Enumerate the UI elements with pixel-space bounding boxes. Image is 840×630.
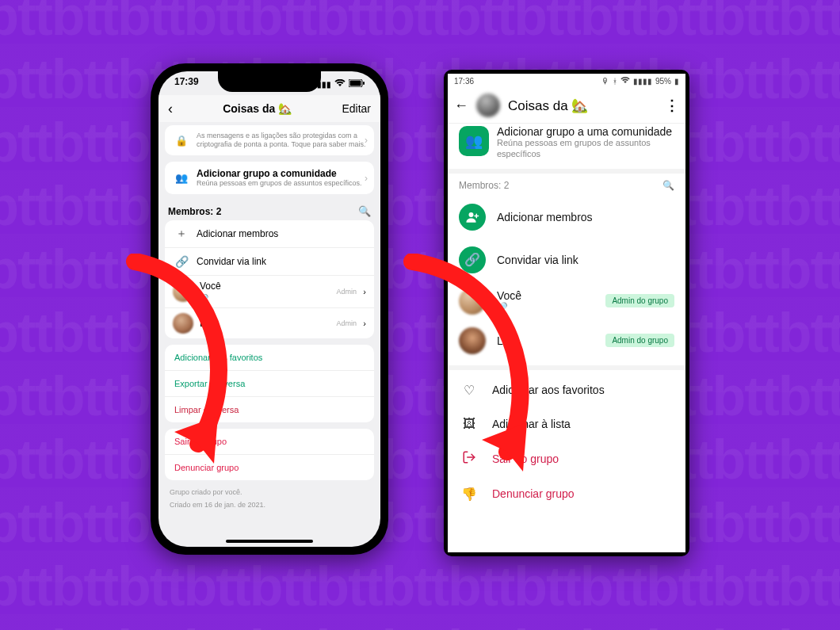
admin-tag: Admin [336,319,357,327]
ios-nav-header: ‹ Coisas da 🏡 Editar [158,95,380,122]
avatar [173,313,193,334]
add-members-row[interactable]: Adicionar membros [448,196,685,239]
back-button[interactable]: ‹ [168,101,173,117]
signal-icon: ▮▮▮▮ [633,77,652,86]
community-subtitle: Reúna pessoas em grupos de assuntos espe… [197,179,366,188]
report-group-label: Denunciar grupo [492,487,575,500]
gallery-icon: 🖼 [460,417,478,431]
watermark: tbttbttbttbttbttbttbttbttbttbttbttbttbtt… [0,0,840,630]
members-section-header: Membros: 2 🔍 [448,174,685,196]
admin-tag: Admin [336,288,357,296]
plus-icon: ＋ [173,225,190,242]
key-icon: 🔎 [497,302,521,312]
members-count-label: Membros: 2 [459,180,509,191]
invite-link-row[interactable]: 🔗 Convidar via link [165,247,374,275]
bluetooth-icon: ᚼ [613,77,617,86]
community-icon: 👥 [459,126,489,156]
footer-line1: Grupo criado por você. [165,487,374,499]
screen-title: Coisas da 🏡 [223,102,292,115]
chevron-right-icon: › [365,173,368,184]
community-card[interactable]: 👥 Adicionar grupo a comunidade Reúna pes… [165,162,374,194]
battery-text: 95% [655,77,671,86]
android-frame: 17:36 🎙 ᚼ ▮▮▮▮ 95% ▮ ← Coisas da 🏡 ⋮ 👥 [444,70,689,556]
ios-content[interactable]: 🔒 As mensagens e as ligações são protegi… [158,122,380,547]
screen-title: Coisas da 🏡 [508,97,657,114]
member-name: Livia [200,318,357,329]
android-nav-header: ← Coisas da 🏡 ⋮ [448,88,685,124]
link-icon: 🔗 [459,246,486,273]
members-section-header: Membros: 2 🔍 [165,200,374,220]
leave-group-action[interactable]: Sair do grupo [165,429,374,454]
chevron-right-icon: › [365,135,368,146]
voice-icon: 🎙 [601,77,609,86]
add-list-label: Adicionar à lista [492,418,571,430]
add-members-label: Adicionar membros [197,228,366,239]
community-subtitle: Reúna pessoas em grupos de assuntos espe… [497,138,674,158]
add-members-row[interactable]: ＋ Adicionar membros [165,220,374,247]
wifi-icon [620,77,630,86]
android-screen: 17:36 🎙 ᚼ ▮▮▮▮ 95% ▮ ← Coisas da 🏡 ⋮ 👥 [448,74,685,552]
android-content[interactable]: 👥 Adicionar grupo a uma comunidade Reúna… [448,123,685,552]
search-members-icon[interactable]: 🔍 [358,205,371,217]
avatar [459,288,486,315]
admin-badge: Admin do grupo [605,334,674,347]
leave-group-action[interactable]: Sair do grupo [448,441,685,477]
group-avatar[interactable] [476,94,500,117]
invite-link-label: Convidar via link [197,256,366,267]
divider [448,365,685,370]
chevron-right-icon: › [363,319,366,328]
community-title: Adicionar grupo a uma comunidade [497,126,674,138]
exit-card: Sair do grupo Denunciar grupo [165,429,374,480]
invite-link-row[interactable]: 🔗 Convidar via link [448,239,685,281]
iphone-notch [218,71,321,92]
member-name: Você [497,289,521,302]
search-members-icon[interactable]: 🔍 [662,180,674,191]
admin-badge: Admin do grupo [605,294,674,307]
favorite-action[interactable]: ♡ Adicionar aos favoritos [448,373,685,407]
wifi-icon [334,79,346,89]
heart-icon: ♡ [460,383,478,398]
background: tbttbttbttbttbttbttbttbttbttbttbttbttbtt… [0,0,840,630]
member-row-livia[interactable]: Livia Admin › [165,307,374,338]
more-button[interactable]: ⋮ [665,97,679,114]
export-action[interactable]: Exportar conversa [165,370,374,396]
report-group-action[interactable]: Denunciar grupo [165,454,374,480]
members-count-label: Membros: 2 [168,206,221,217]
invite-link-label: Convidar via link [497,254,578,266]
svg-rect-1 [350,81,361,86]
members-card: ＋ Adicionar membros 🔗 Convidar via link … [165,220,374,338]
member-name: Livia [497,334,520,347]
member-row-you[interactable]: Você 🔎 Admin do grupo [448,281,685,321]
lock-icon: 🔒 [173,132,190,149]
add-members-label: Adicionar membros [497,211,593,223]
favorite-action[interactable]: Adicionar aos favoritos [165,345,374,370]
link-icon: 🔗 [173,253,190,270]
favorite-label: Adicionar aos favoritos [492,384,605,396]
encryption-card[interactable]: 🔒 As mensagens e as ligações são protegi… [165,125,374,155]
encryption-text: As mensagens e as ligações são protegida… [197,132,366,149]
battery-icon [349,79,365,89]
report-group-action[interactable]: 👎 Denunciar grupo [448,477,685,511]
member-row-you[interactable]: Você 🔎 Admin › [165,275,374,307]
back-button[interactable]: ← [454,97,468,114]
avatar [459,327,486,354]
add-list-action[interactable]: 🖼 Adicionar à lista [448,407,685,441]
community-title: Adicionar grupo a comunidade [197,168,366,179]
home-indicator[interactable] [226,540,313,543]
clear-action[interactable]: Limpar conversa [165,396,374,422]
edit-button[interactable]: Editar [342,102,371,115]
leave-group-label: Sair do grupo [492,452,559,465]
battery-icon: ▮ [674,77,679,86]
member-row-livia[interactable]: Livia Admin do grupo [448,321,685,361]
add-user-icon [459,204,486,231]
footer-line2: Criado em 16 de jan. de 2021. [165,499,374,512]
key-icon: 🔎 [200,294,208,302]
avatar [173,281,193,302]
ios-clock: 17:39 [174,76,199,92]
community-row[interactable]: 👥 Adicionar grupo a uma comunidade Reúna… [448,123,685,174]
thumbs-down-icon: 👎 [460,487,478,502]
iphone-frame: 17:39 ▮▮▮▮ ‹ Coisas da 🏡 Editar 🔒 As men… [151,63,388,555]
svg-point-3 [469,212,474,217]
member-name: Você [200,281,221,292]
chevron-right-icon: › [363,287,366,296]
